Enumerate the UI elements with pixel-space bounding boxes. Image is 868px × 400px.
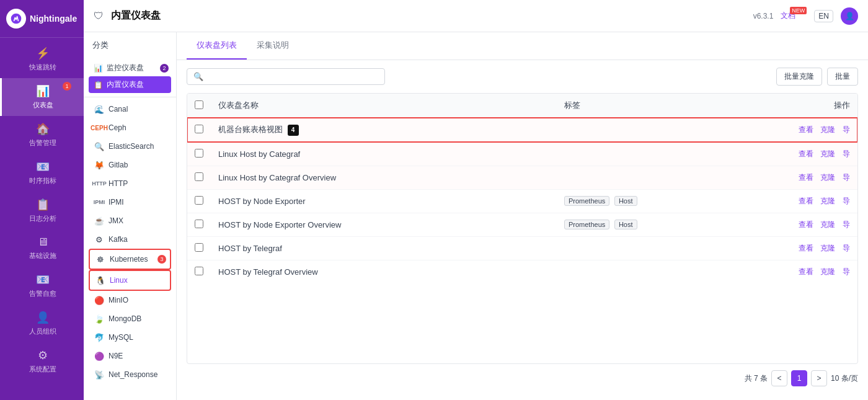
tag-prometheus-5: Prometheus xyxy=(564,220,609,229)
cat-gitlab[interactable]: 🦊 Gitlab xyxy=(89,156,171,174)
cat-kubernetes-label: Kubernetes xyxy=(110,255,148,264)
sidebar-item-alert-self[interactable]: 📧 告警自愈 xyxy=(0,267,84,304)
mysql-icon: 🐬 xyxy=(94,332,105,343)
export-link-7[interactable]: 导 xyxy=(843,267,850,276)
clone-link-5[interactable]: 克隆 xyxy=(820,220,835,229)
prev-page-button[interactable]: < xyxy=(771,370,787,386)
row-checkbox-7[interactable] xyxy=(195,267,203,275)
alert-mgmt-icon: 🏠 xyxy=(36,122,50,136)
ipmi-icon: IPMI xyxy=(94,197,105,208)
sidebar-item-infra[interactable]: 🖥 基础设施 xyxy=(0,229,84,267)
cat-n9e-label: N9E xyxy=(108,352,123,360)
cat-canal[interactable]: 🌊 Canal xyxy=(89,100,171,118)
clone-link-3[interactable]: 克隆 xyxy=(820,173,835,182)
tab-list[interactable]: 仪表盘列表 xyxy=(187,32,247,60)
view-link-4[interactable]: 查看 xyxy=(799,197,813,205)
sidebar-item-log-label: 日志分析 xyxy=(29,214,56,223)
monitor-badge: 2 xyxy=(160,64,169,73)
export-link-6[interactable]: 导 xyxy=(843,244,850,252)
cat-http[interactable]: HTTP HTTP xyxy=(89,174,171,193)
lang-button[interactable]: EN xyxy=(814,10,833,22)
minio-icon: 🔴 xyxy=(94,295,105,306)
cat-list: 🌊 Canal CEPH Ceph 🔍 ElasticSearch 🦊 Gitl… xyxy=(84,97,176,386)
topbar-right: v6.3.1 文档 NEW EN 👤 xyxy=(753,7,858,25)
cat-n9e[interactable]: 🟣 N9E xyxy=(89,347,171,365)
cat-minio[interactable]: 🔴 MinIO xyxy=(89,291,171,309)
search-input[interactable] xyxy=(207,72,378,81)
export-link-3[interactable]: 导 xyxy=(843,173,850,182)
total-label: 共 7 条 xyxy=(745,373,768,384)
clone-link-4[interactable]: 克隆 xyxy=(820,197,835,205)
view-link-6[interactable]: 查看 xyxy=(799,244,813,252)
row-checkbox-cell-4 xyxy=(187,189,211,213)
row-checkbox-4[interactable] xyxy=(195,196,203,205)
row-name-5: HOST by Node Exporter Overview xyxy=(211,213,557,236)
view-link-7[interactable]: 查看 xyxy=(799,267,813,276)
export-link-4[interactable]: 导 xyxy=(843,197,850,205)
sys-config-icon: ⚙ xyxy=(38,349,48,362)
search-icon: 🔍 xyxy=(193,72,203,81)
batch-clone-button[interactable]: 批量克隆 xyxy=(776,68,822,86)
clone-link-7[interactable]: 克隆 xyxy=(820,267,835,276)
table-row: HOST by Node Exporter Overview Prometheu… xyxy=(187,213,857,236)
tag-host-5: Host xyxy=(614,220,637,229)
avatar[interactable]: 👤 xyxy=(841,7,858,25)
dashboard-icon: 📊 xyxy=(36,84,50,98)
cat-jmx[interactable]: ☕ JMX xyxy=(89,211,171,230)
clone-link-6[interactable]: 克隆 xyxy=(820,244,835,252)
cat-kafka[interactable]: ⚙ Kafka xyxy=(89,230,171,249)
cat-kubernetes[interactable]: ☸ Kubernetes 3 xyxy=(89,249,171,270)
cat-elasticsearch[interactable]: 🔍 ElasticSearch xyxy=(89,137,171,156)
docs-link[interactable]: 文档 NEW xyxy=(781,11,795,21)
export-link-1[interactable]: 导 xyxy=(843,125,850,134)
view-link-2[interactable]: 查看 xyxy=(799,149,813,158)
sub-nav-builtin[interactable]: 📋 内置仪表盘 xyxy=(89,76,171,93)
sidebar-item-org[interactable]: 👤 人员组织 xyxy=(0,304,84,342)
view-link-1[interactable]: 查看 xyxy=(799,125,813,134)
elasticsearch-icon: 🔍 xyxy=(94,141,105,152)
sidebar-item-alert-mgmt[interactable]: 🏠 告警管理 xyxy=(0,116,84,154)
row-checkbox-6[interactable] xyxy=(195,243,203,252)
cat-net-response[interactable]: 📡 Net_Response xyxy=(89,365,171,384)
view-link-5[interactable]: 查看 xyxy=(799,220,813,229)
cat-kafka-label: Kafka xyxy=(108,235,128,244)
builtin-icon: 📋 xyxy=(94,81,103,89)
cat-ceph[interactable]: CEPH Ceph xyxy=(89,118,171,137)
sidebar-item-metrics[interactable]: 📧 时序指标 xyxy=(0,154,84,192)
pagination: 共 7 条 < 1 > 10 条/页 xyxy=(187,364,858,393)
tag-prometheus-4: Prometheus xyxy=(564,196,609,206)
alert-self-icon: 📧 xyxy=(36,273,50,287)
current-page[interactable]: 1 xyxy=(791,370,807,386)
cat-mysql[interactable]: 🐬 MySQL xyxy=(89,328,171,347)
sidebar-item-alert-mgmt-label: 告警管理 xyxy=(29,138,56,148)
tab-collect[interactable]: 采集说明 xyxy=(247,32,299,60)
cat-ipmi-label: IPMI xyxy=(108,198,124,207)
view-link-3[interactable]: 查看 xyxy=(799,173,813,182)
next-page-button[interactable]: > xyxy=(811,370,827,386)
row-checkbox-5[interactable] xyxy=(195,220,203,228)
select-all-checkbox[interactable] xyxy=(195,100,203,109)
sidebar-item-sys-config[interactable]: ⚙ 系统配置 xyxy=(0,342,84,380)
row-checkbox-1[interactable] xyxy=(195,125,203,133)
cat-ipmi[interactable]: IPMI IPMI xyxy=(89,193,171,211)
row-actions-4: 查看 克隆 导 xyxy=(725,189,857,213)
gitlab-icon: 🦊 xyxy=(94,159,105,171)
sub-nav-monitor[interactable]: 📊 监控仪表盘 2 xyxy=(89,60,171,76)
clone-link-2[interactable]: 克隆 xyxy=(820,149,835,158)
sidebar-item-quick-jump[interactable]: ⚡ 快速跳转 xyxy=(0,40,84,78)
row-checkbox-cell-3 xyxy=(187,166,211,189)
row-checkbox-3[interactable] xyxy=(195,172,203,181)
cat-mongodb[interactable]: 🍃 MongoDB xyxy=(89,309,171,328)
clone-link-1[interactable]: 克隆 xyxy=(820,125,835,134)
cat-linux[interactable]: 🐧 Linux xyxy=(89,270,171,291)
table-body: 机器台账表格视图 4 查看 克隆 导 xyxy=(187,118,857,283)
content-area: 分类 📊 监控仪表盘 2 📋 内置仪表盘 xyxy=(84,32,868,400)
row-checkbox-cell-1 xyxy=(187,118,211,143)
batch-button[interactable]: 批量 xyxy=(827,68,858,86)
sidebar-item-dashboard[interactable]: 📊 仪表盘 1 xyxy=(0,78,84,116)
export-link-5[interactable]: 导 xyxy=(843,220,850,229)
jmx-icon: ☕ xyxy=(94,215,105,226)
row-checkbox-2[interactable] xyxy=(195,149,203,158)
sidebar-item-log[interactable]: 📋 日志分析 xyxy=(0,192,84,229)
export-link-2[interactable]: 导 xyxy=(843,149,850,158)
